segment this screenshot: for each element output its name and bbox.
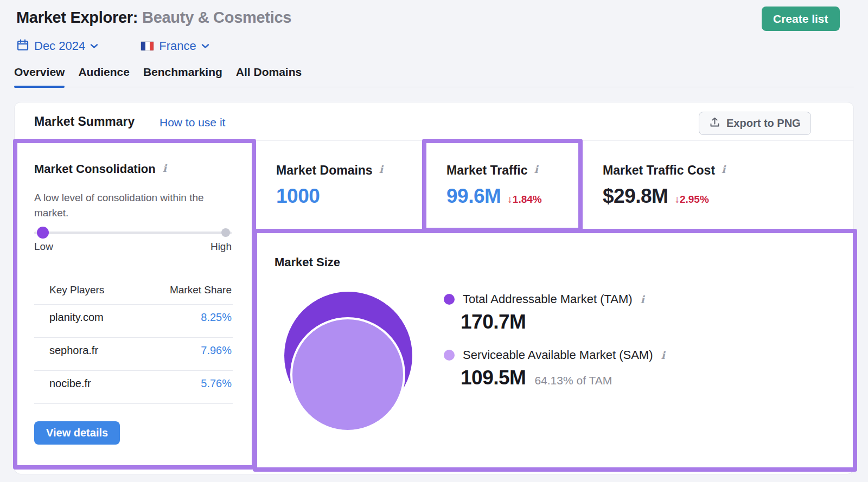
key-player-domain: planity.com — [34, 311, 104, 324]
tab-audience-label: Audience — [78, 66, 130, 78]
table-row: planity.com 8.25% — [34, 311, 232, 324]
key-player-share[interactable]: 7.96% — [201, 344, 232, 357]
market-domains-title-text: Market Domains — [276, 163, 373, 178]
market-summary-title: Market Summary — [34, 114, 135, 129]
market-traffic-title: Market Traffic i — [446, 163, 538, 178]
sam-circle — [290, 317, 405, 432]
tab-overview-label: Overview — [14, 66, 65, 78]
tam-legend-label: Total Addressable Market (TAM) — [463, 292, 633, 306]
market-traffic-cost-number: $29.8M — [603, 185, 668, 208]
page-title-market: Beauty & Cosmetics — [142, 9, 291, 26]
info-icon[interactable]: i — [661, 349, 665, 361]
sam-percent-of-tam: 64.13% of TAM — [534, 374, 612, 387]
tab-all-domains-label: All Domains — [236, 66, 302, 78]
market-traffic-cost-change: ↓2.95% — [674, 194, 709, 205]
sam-legend-label: Serviceable Available Market (SAM) — [463, 348, 653, 362]
sam-legend: Serviceable Available Market (SAM) i — [444, 348, 665, 362]
key-players-column-header: Key Players — [34, 284, 104, 296]
table-row: sephora.fr 7.96% — [34, 344, 232, 357]
sam-value: 109.5M 64.13% of TAM — [461, 367, 612, 389]
tam-legend-dot-icon — [444, 294, 455, 305]
market-traffic-cost-value: $29.8M ↓2.95% — [603, 185, 709, 208]
market-traffic-number[interactable]: 99.6M — [446, 185, 501, 208]
market-traffic-title-text: Market Traffic — [446, 163, 528, 178]
divider — [15, 140, 853, 141]
key-players-header: Key Players Market Share — [34, 284, 232, 296]
view-details-label: View details — [46, 427, 108, 439]
export-to-png-button[interactable]: Export to PNG — [699, 112, 811, 135]
country-filter-label: France — [159, 39, 196, 53]
tab-all-domains[interactable]: All Domains — [236, 65, 302, 87]
market-domains-value: 1000 — [276, 185, 320, 208]
market-share-column-header: Market Share — [170, 284, 232, 296]
market-summary-card: Market Summary How to use it Export to P… — [14, 102, 854, 474]
market-size-title: Market Size — [275, 255, 340, 269]
flag-france-icon — [141, 41, 154, 51]
export-to-png-label: Export to PNG — [726, 117, 801, 130]
chevron-down-icon — [90, 41, 98, 51]
sam-legend-dot-icon — [444, 350, 455, 361]
calendar-icon — [16, 38, 29, 54]
info-icon[interactable]: i — [534, 163, 538, 175]
page-title: Market Explorer:Beauty & Cosmetics — [16, 9, 291, 27]
market-domains-number[interactable]: 1000 — [276, 185, 320, 208]
tam-value-number: 170.7M — [461, 311, 526, 333]
filter-bar: Dec 2024 France — [16, 38, 209, 54]
upload-icon — [709, 117, 720, 131]
slider-high-label: High — [210, 241, 232, 253]
sam-value-number: 109.5M — [461, 367, 526, 389]
consolidation-slider-knob[interactable] — [37, 227, 49, 239]
date-filter[interactable]: Dec 2024 — [16, 38, 98, 54]
how-to-use-link[interactable]: How to use it — [159, 116, 225, 129]
market-traffic-value: 99.6M ↓1.84% — [446, 185, 542, 208]
consolidation-slider-labels: Low High — [34, 241, 232, 253]
market-domains-title: Market Domains i — [276, 163, 383, 178]
tab-benchmarking[interactable]: Benchmarking — [143, 65, 222, 87]
info-icon[interactable]: i — [163, 162, 167, 174]
market-traffic-cost-title: Market Traffic Cost i — [603, 163, 725, 178]
divider — [424, 141, 424, 231]
date-filter-label: Dec 2024 — [34, 39, 85, 53]
key-player-share[interactable]: 5.76% — [201, 377, 232, 390]
tab-bar: Overview Audience Benchmarking All Domai… — [14, 65, 854, 87]
market-traffic-cost-title-text: Market Traffic Cost — [603, 163, 715, 178]
divider — [34, 304, 233, 305]
chevron-down-icon — [201, 41, 209, 51]
divider — [34, 337, 233, 338]
consolidation-description: A low level of consolidation within the … — [34, 190, 231, 221]
key-player-share[interactable]: 8.25% — [201, 311, 232, 324]
market-explorer-page: Market Explorer:Beauty & Cosmetics Creat… — [0, 0, 868, 482]
country-filter[interactable]: France — [141, 39, 209, 53]
info-icon[interactable]: i — [379, 163, 383, 175]
consolidation-slider-track[interactable] — [34, 232, 232, 234]
tam-legend: Total Addressable Market (TAM) i — [444, 292, 644, 306]
tab-overview[interactable]: Overview — [14, 65, 65, 87]
divider — [584, 141, 584, 231]
create-list-button[interactable]: Create list — [762, 7, 840, 31]
info-icon[interactable]: i — [641, 293, 644, 305]
create-list-label: Create list — [773, 12, 828, 25]
slider-low-label: Low — [34, 241, 53, 253]
market-traffic-change: ↓1.84% — [507, 194, 541, 205]
market-consolidation-title-text: Market Consolidation — [34, 162, 156, 176]
tam-value: 170.7M — [461, 311, 526, 333]
tab-benchmarking-label: Benchmarking — [143, 66, 222, 78]
tab-audience[interactable]: Audience — [78, 65, 130, 87]
consolidation-slider-end-dot — [221, 228, 230, 237]
page-title-prefix: Market Explorer: — [16, 9, 138, 26]
info-icon[interactable]: i — [722, 163, 725, 175]
key-player-domain: sephora.fr — [34, 344, 98, 357]
table-row: nocibe.fr 5.76% — [34, 377, 232, 390]
market-consolidation-title: Market Consolidation i — [34, 162, 167, 176]
view-details-button[interactable]: View details — [34, 421, 120, 445]
divider — [34, 370, 233, 371]
key-player-domain: nocibe.fr — [34, 377, 91, 390]
divider — [34, 403, 233, 404]
